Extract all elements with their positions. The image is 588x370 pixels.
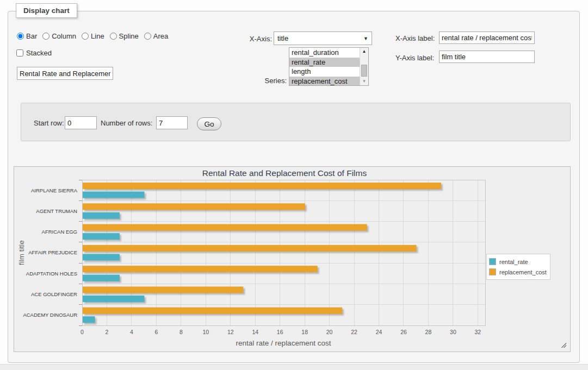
- chart-type-radio-label: Spline: [119, 32, 139, 40]
- chart-type-radio-line[interactable]: [82, 33, 89, 40]
- chart-type-radio-label: Line: [91, 32, 104, 40]
- chart-type-radio-label: Bar: [26, 32, 37, 40]
- display-chart-panel: Display chart BarColumnLineSplineArea St…: [8, 11, 580, 363]
- chart-type-radio-area[interactable]: [144, 33, 151, 40]
- chevron-down-icon: ▼: [363, 36, 368, 41]
- bar-replacement_cost: [83, 224, 367, 231]
- chart-type-option-line: Line: [82, 32, 104, 40]
- y-axis-label-input[interactable]: [439, 51, 535, 63]
- legend-label: replacement_cost: [499, 269, 547, 275]
- series-option-rental_duration[interactable]: rental_duration: [289, 48, 360, 58]
- number-of-rows-label: Number of rows:: [101, 119, 152, 127]
- bar-replacement_cost: [83, 308, 342, 314]
- series-option-replacement_cost[interactable]: replacement_cost: [289, 77, 360, 85]
- x-axis-select-label: X-Axis:: [237, 35, 272, 43]
- stacked-row: Stacked: [16, 49, 52, 57]
- x-axis-label-input[interactable]: [439, 32, 535, 44]
- category-label: ACE GOLDFINGER: [31, 291, 77, 297]
- chart-type-radio-spline[interactable]: [110, 33, 117, 40]
- bar-replacement_cost: [83, 245, 416, 252]
- chart-container: AIRPLANE SIERRAAGENT TRUMANAFRICAN EGGAF…: [14, 166, 571, 352]
- x-tick-label: 2: [106, 329, 109, 335]
- x-axis-label-field-label: X-Axis label:: [395, 34, 435, 42]
- chart-type-radio-bar[interactable]: [17, 33, 24, 40]
- legend-swatch: [489, 258, 496, 265]
- x-tick-label: 14: [252, 329, 258, 335]
- category-label: AIRPLANE SIERRA: [31, 187, 78, 193]
- chart-legend: rental_ratereplacement_cost: [486, 254, 550, 280]
- chart-type-radio-group: BarColumnLineSplineArea: [17, 32, 171, 40]
- x-tick-label: 30: [450, 329, 456, 335]
- x-tick-label: 16: [277, 329, 283, 335]
- bar-rental_rate: [83, 192, 144, 198]
- stacked-checkbox[interactable]: [16, 49, 23, 57]
- y-axis-label-field-label: Y-Axis label:: [395, 54, 434, 62]
- x-tick-label: 10: [202, 329, 209, 335]
- legend-swatch: [489, 268, 496, 275]
- legend-item-replacement_cost: replacement_cost: [489, 267, 547, 277]
- start-row-input[interactable]: [65, 116, 97, 129]
- bar-rental_rate: [83, 316, 95, 323]
- x-tick-label: 6: [154, 329, 158, 335]
- bar-rental_rate: [83, 212, 120, 219]
- x-axis-selected-value: title: [277, 34, 288, 42]
- chart-title: Rental Rate and Replacement Cost of Film…: [202, 168, 367, 178]
- legend-label: rental_rate: [499, 259, 528, 265]
- x-tick-label: 12: [227, 329, 234, 335]
- category-label: AFRICAN EGG: [42, 229, 77, 235]
- series-scrollbar[interactable]: ▲ ▼: [360, 48, 368, 85]
- chart-y-axis-label: film title: [17, 240, 26, 265]
- chart-type-radio-column[interactable]: [42, 33, 49, 40]
- x-tick-label: 24: [376, 329, 382, 335]
- stacked-label: Stacked: [26, 49, 52, 57]
- x-tick-label: 8: [180, 329, 183, 335]
- page-footer-strip: [0, 364, 588, 370]
- x-tick-label: 4: [130, 329, 133, 335]
- chart-type-radio-label: Column: [52, 32, 76, 40]
- series-option-rental_rate[interactable]: rental_rate: [289, 58, 360, 67]
- x-tick-label: 0: [81, 329, 84, 335]
- bar-replacement_cost: [83, 266, 318, 272]
- chart-type-option-column: Column: [42, 32, 76, 40]
- x-tick-label: 20: [326, 329, 333, 335]
- chart-type-radio-label: Area: [153, 32, 168, 40]
- chart-type-option-bar: Bar: [17, 32, 37, 40]
- go-button[interactable]: Go: [197, 117, 221, 130]
- scroll-up-icon[interactable]: ▲: [360, 48, 368, 55]
- number-of-rows-input[interactable]: [156, 116, 188, 129]
- category-label: ACADEMY DINOSAUR: [23, 312, 77, 318]
- bar-replacement_cost: [83, 203, 305, 210]
- scroll-down-icon[interactable]: ▼: [360, 78, 368, 85]
- bar-rental_rate: [83, 275, 120, 281]
- x-axis-select[interactable]: title ▼: [274, 32, 372, 45]
- legend-item-rental_rate: rental_rate: [489, 256, 547, 267]
- chart-x-axis-label: rental rate / replacement cost: [236, 339, 331, 347]
- panel-legend-title: Display chart: [16, 3, 77, 18]
- x-tick-label: 28: [425, 329, 432, 335]
- chart-type-option-area: Area: [144, 32, 168, 40]
- series-select-label: Series:: [247, 77, 287, 85]
- bar-replacement_cost: [83, 183, 441, 189]
- x-tick-label: 18: [301, 329, 308, 335]
- bar-rental_rate: [83, 296, 144, 302]
- x-tick-label: 26: [400, 329, 407, 335]
- scrollbar-thumb[interactable]: [361, 65, 367, 77]
- series-option-length[interactable]: length: [289, 67, 360, 77]
- chart-title-input[interactable]: [17, 67, 113, 80]
- category-label: AFFAIR PREJUDICE: [28, 249, 77, 255]
- chart-type-option-spline: Spline: [110, 32, 139, 40]
- series-options: rental_durationrental_ratelengthreplacem…: [289, 48, 360, 85]
- bar-replacement_cost: [83, 286, 243, 293]
- x-tick-label: 32: [475, 329, 481, 335]
- bar-rental_rate: [83, 233, 120, 240]
- bar-rental_rate: [83, 254, 120, 260]
- category-label: ADAPTATION HOLES: [26, 271, 77, 277]
- row-controls-box: Start row: Number of rows: Go: [21, 103, 571, 141]
- start-row-label: Start row:: [34, 119, 64, 127]
- x-tick-label: 22: [351, 329, 357, 335]
- category-label: AGENT TRUMAN: [36, 208, 77, 214]
- series-listbox[interactable]: rental_durationrental_ratelengthreplacem…: [289, 47, 369, 86]
